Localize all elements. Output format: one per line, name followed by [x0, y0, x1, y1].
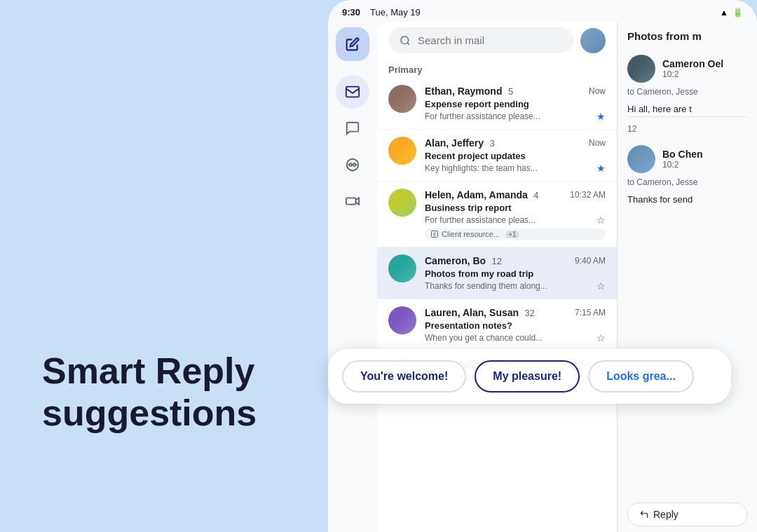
search-input[interactable] [418, 34, 562, 46]
second-body: Thanks for send [618, 193, 757, 207]
reply-button[interactable]: Reply [627, 503, 747, 526]
reply-3[interactable]: Looks grea... [588, 360, 694, 393]
email-body: Lauren, Alan, Susan 32 7:15 AM Presentat… [425, 306, 606, 343]
email-subject: Recent project updates [425, 151, 606, 161]
second-sender-name: Bo Chen [662, 149, 703, 160]
email-avatar [388, 254, 416, 282]
second-sender-time: 10:2 [662, 160, 703, 170]
detail-panel: Photos from m Cameron Oel 10:2 to Camero… [617, 22, 757, 532]
detail-body: Hi all, here are t [618, 102, 757, 116]
email-avatar [388, 137, 416, 165]
svg-point-5 [401, 36, 409, 44]
status-icons: ▲ 🔋 [720, 8, 743, 18]
status-time: 9:30 [342, 7, 360, 18]
compose-button[interactable] [336, 27, 369, 61]
email-sender: Helen, Adam, Amanda 4 [425, 189, 538, 201]
star-icon[interactable]: ★ [596, 111, 606, 122]
sidebar-item-chat[interactable] [336, 111, 369, 145]
reply-2[interactable]: My pleasure! [475, 360, 580, 393]
date-label: 12 [618, 117, 757, 137]
status-date: Tue, May 19 [370, 7, 421, 18]
email-subject: Photos from my road trip [425, 268, 606, 279]
detail-sender-row: Cameron Oel 10:2 [618, 46, 757, 87]
email-preview: For further assistance please... [425, 111, 540, 121]
email-subject: Presentation notes? [425, 320, 606, 331]
detail-sender-time: 10:2 [662, 69, 723, 79]
svg-rect-4 [346, 198, 356, 204]
user-avatar[interactable] [580, 28, 606, 53]
second-sender-row: Bo Chen 10:2 [618, 137, 757, 177]
detail-sender-info: Cameron Oel 10:2 [662, 58, 723, 79]
email-body: Helen, Adam, Amanda 4 10:32 AM Business … [425, 189, 606, 240]
svg-rect-0 [346, 87, 359, 97]
detail-title: Photos from m [618, 22, 757, 46]
sidebar [328, 22, 377, 532]
second-to: to Cameron, Jesse [618, 177, 757, 193]
email-body: Ethan, Raymond 5 Now Expense report pend… [425, 85, 606, 122]
email-item[interactable]: Helen, Adam, Amanda 4 10:32 AM Business … [377, 182, 617, 247]
search-bar [377, 22, 617, 59]
sidebar-item-mail[interactable] [336, 75, 369, 109]
email-item[interactable]: Alan, Jeffery 3 Now Recent project updat… [377, 130, 617, 182]
second-avatar [627, 145, 655, 173]
detail-to: to Cameron, Jesse [618, 87, 757, 102]
email-subject: Business trip report [425, 203, 606, 213]
email-header: Lauren, Alan, Susan 32 7:15 AM [425, 306, 606, 319]
device-screen: 9:30 Tue, May 19 ▲ 🔋 [328, 0, 757, 532]
battery-icon: 🔋 [732, 8, 743, 18]
email-preview: Key highlights: the team has... [425, 163, 538, 173]
section-label-primary: Primary [377, 59, 617, 78]
email-sender: Cameron, Bo 12 [425, 254, 502, 267]
star-icon[interactable]: ☆ [596, 214, 606, 226]
email-item[interactable]: Cameron, Bo 12 9:40 AM Photos from my ro… [377, 247, 617, 299]
search-input-wrap[interactable] [388, 27, 573, 53]
second-sender-info: Bo Chen 10:2 [662, 149, 703, 170]
email-sender: Alan, Jeffery 3 [425, 137, 495, 149]
status-bar: 9:30 Tue, May 19 ▲ 🔋 [328, 0, 757, 22]
detail-avatar [627, 55, 655, 83]
email-avatar [388, 85, 416, 113]
email-header: Helen, Adam, Amanda 4 10:32 AM [425, 189, 606, 201]
wifi-icon: ▲ [720, 8, 728, 18]
email-time: 7:15 AM [575, 308, 606, 318]
device-frame: 9:30 Tue, May 19 ▲ 🔋 [328, 0, 757, 532]
detail-sender-name: Cameron Oel [662, 58, 723, 69]
star-icon[interactable]: ☆ [596, 332, 606, 343]
star-icon[interactable]: ★ [596, 163, 606, 174]
email-subject: Expense report pending [425, 99, 606, 109]
reply-button-label: Reply [653, 509, 678, 520]
email-sender: Lauren, Alan, Susan 32 [425, 306, 535, 319]
svg-point-1 [349, 163, 352, 166]
email-header: Ethan, Raymond 5 Now [425, 85, 606, 97]
email-meta: When you get a chance could... ☆ [425, 332, 606, 343]
email-time: 9:40 AM [575, 256, 606, 266]
email-avatar [388, 189, 416, 217]
email-header: Cameron, Bo 12 9:40 AM [425, 254, 606, 267]
email-meta: Key highlights: the team has... ★ [425, 163, 606, 174]
headline: Smart Reply suggestions [42, 350, 294, 435]
left-text-block: Smart Reply suggestions [42, 350, 294, 435]
sidebar-item-spaces[interactable] [336, 148, 369, 182]
email-time: 10:32 AM [570, 190, 606, 200]
email-item[interactable]: Ethan, Raymond 5 Now Expense report pend… [377, 78, 617, 130]
email-body: Cameron, Bo 12 9:40 AM Photos from my ro… [425, 254, 606, 292]
email-header: Alan, Jeffery 3 Now [425, 137, 606, 149]
star-icon[interactable]: ☆ [596, 280, 606, 292]
email-avatar [388, 306, 416, 334]
main-content: Primary Ethan, Raymond 5 Now Expense rep… [328, 22, 757, 532]
svg-point-2 [353, 163, 356, 166]
email-list: Ethan, Raymond 5 Now Expense report pend… [377, 78, 617, 532]
email-time: Now [589, 86, 606, 96]
email-time: Now [589, 138, 606, 148]
reply-1[interactable]: You're welcome! [342, 360, 466, 393]
sidebar-item-meet[interactable] [336, 184, 369, 218]
email-item[interactable]: Lauren, Alan, Susan 32 7:15 AM Presentat… [377, 299, 617, 351]
email-meta: Thanks for sending them along... ☆ [425, 280, 606, 292]
reply-icon [639, 510, 649, 519]
email-preview: For further assistance pleas... [425, 215, 536, 225]
smart-reply-bar: You're welcome!My pleasure!Looks grea... [328, 349, 731, 404]
email-meta: For further assistance please... ★ [425, 111, 606, 122]
email-meta: For further assistance pleas... ☆ [425, 214, 606, 226]
attachment-chip: Client resource... +1 [425, 229, 606, 240]
email-preview: Thanks for sending them along... [425, 281, 547, 291]
